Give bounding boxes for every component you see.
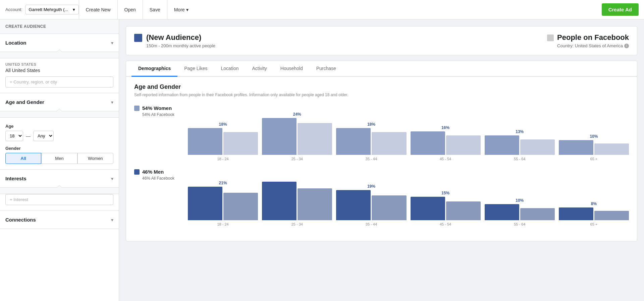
bar-men-25-34 [262,182,297,220]
bar-fb-men-35-44 [372,195,406,220]
bar-women-65plus [559,140,593,155]
age-row: 18 — Any [5,131,113,141]
chevron-down-icon: ▾ [111,176,113,181]
chart-section: Age and Gender Self-reported information… [126,77,637,241]
age-label: Age [5,124,113,129]
sidebar-section-age-gender: Age and Gender ▾ Age 18 — Any Gender All [0,93,119,170]
save-button[interactable]: Save [143,0,167,19]
sidebar: CREATE AUDIENCE Location ▾ UNITED STATES… [0,19,119,301]
interests-input[interactable] [5,194,113,205]
bar-group-men-18-24: 21% 18 - 24 [188,181,258,226]
bar-fb-women-65plus [594,143,629,155]
bar-men-35-44 [336,190,371,220]
bar-group-men-35-44: 19% 35 - 44 [336,184,406,226]
women-legend-header: 54% Women [134,105,188,111]
tab-household[interactable]: Household [274,61,310,77]
tab-demographics[interactable]: Demographics [131,61,177,77]
sidebar-section-connections: Connections ▾ [0,211,119,229]
people-title: People on Facebook [557,33,629,42]
bar-fb-men-55-64 [520,208,555,220]
tab-page-likes[interactable]: Page Likes [177,61,214,77]
bar-men-55-64 [485,204,519,220]
bar-group-men-65plus: 8% 65 + [559,201,629,226]
interests-divider [0,187,119,194]
men-chart-row: 46% Men 46% All Facebook 21% 18 - 2 [134,169,629,226]
bar-group-men-55-64: 10% 55 - 64 [485,198,555,226]
location-subsection: UNITED STATES [5,62,113,66]
audience-icon [134,34,142,42]
bar-women-25-34 [262,118,297,155]
men-pct: 46% Men [142,169,164,175]
interests-body [0,194,119,210]
bar-group-women-65plus: 10% 65 + [559,134,629,161]
audience-size: 150m - 200m monthly active people [146,43,215,48]
bar-fb-men-45-54 [446,201,481,220]
bar-group-women-25-34: 24% 25 - 34 [262,112,332,161]
people-subtitle: Country: United States of America i [557,43,629,48]
create-ad-button[interactable]: Create Ad [602,3,639,16]
tab-location[interactable]: Location [214,61,246,77]
chevron-down-icon: ▾ [186,7,189,12]
women-chart-row: 54% Women 54% All Facebook 18% 18 - [134,105,629,161]
gender-women-button[interactable]: Women [77,153,113,164]
chevron-down-icon: ▾ [111,217,113,223]
tab-purchase[interactable]: Purchase [310,61,343,77]
bar-fb-men-18-24 [223,193,258,220]
account-selector[interactable]: Garrett Mehrguth (... ▾ [25,5,79,14]
men-legend-icon [134,169,140,175]
gender-men-button[interactable]: Men [41,153,77,164]
location-body: UNITED STATES All United States [0,62,119,93]
bar-fb-women-45-54 [446,135,481,155]
tabs-header: Demographics Page Likes Location Activit… [126,61,637,77]
location-title: Location [5,40,26,46]
age-from-select[interactable]: 18 [5,131,23,141]
audience-info: (New Audience) 150m - 200m monthly activ… [146,33,215,48]
top-nav: Account: Garrett Mehrguth (... ▾ Create … [0,0,644,19]
women-pct: 54% Women [142,105,172,111]
bar-group-women-55-64: 13% 55 - 64 [485,129,555,161]
more-button[interactable]: More ▾ [167,0,195,19]
men-sub: 46% All Facebook [142,176,188,181]
connections-section-toggle[interactable]: Connections ▾ [0,211,119,229]
bar-men-45-54 [411,197,445,220]
bar-fb-women-35-44 [372,132,406,155]
age-gender-body: Age 18 — Any Gender All Men Women [0,118,119,169]
bar-women-35-44 [336,128,371,155]
location-divider [0,52,119,58]
men-legend: 46% Men 46% All Facebook [134,169,188,181]
audience-name: (New Audience) [146,33,215,42]
sidebar-header: CREATE AUDIENCE [0,19,119,34]
bar-group-men-45-54: 15% 45 - 54 [411,191,481,226]
chevron-down-icon: ▾ [111,100,113,105]
bar-fb-women-25-34 [298,123,332,155]
bar-fb-men-25-34 [298,188,332,220]
gender-all-button[interactable]: All [5,153,41,164]
info-icon[interactable]: i [624,44,629,48]
age-to-select[interactable]: Any [33,131,54,141]
bar-women-45-54 [411,131,445,155]
age-gender-title: Age and Gender [5,99,44,105]
women-legend-icon [134,106,140,111]
bar-group-women-35-44: 18% 35 - 44 [336,122,406,161]
age-separator: — [26,133,31,139]
bar-women-55-64 [485,135,519,155]
women-bars: 18% 18 - 24 24% [188,105,629,161]
open-button[interactable]: Open [117,0,143,19]
people-on-facebook: People on Facebook Country: United State… [547,33,629,48]
connections-title: Connections [5,217,36,223]
bar-fb-men-65plus [594,211,629,220]
women-legend: 54% Women 54% All Facebook [134,105,188,117]
create-new-button[interactable]: Create New [79,0,117,19]
bar-women-18-24 [188,128,222,155]
location-input[interactable] [5,76,113,87]
chart-title: Age and Gender [134,83,629,91]
women-sub: 54% All Facebook [142,112,188,117]
bar-group-women-18-24: 18% 18 - 24 [188,122,258,161]
bar-fb-women-55-64 [520,139,555,155]
gender-selector: All Men Women [5,153,113,164]
men-bars: 21% 18 - 24 — [188,169,629,226]
tab-activity[interactable]: Activity [245,61,273,77]
people-info: People on Facebook Country: United State… [557,33,629,48]
gender-label: Gender [5,146,113,151]
age-gender-divider [0,111,119,118]
